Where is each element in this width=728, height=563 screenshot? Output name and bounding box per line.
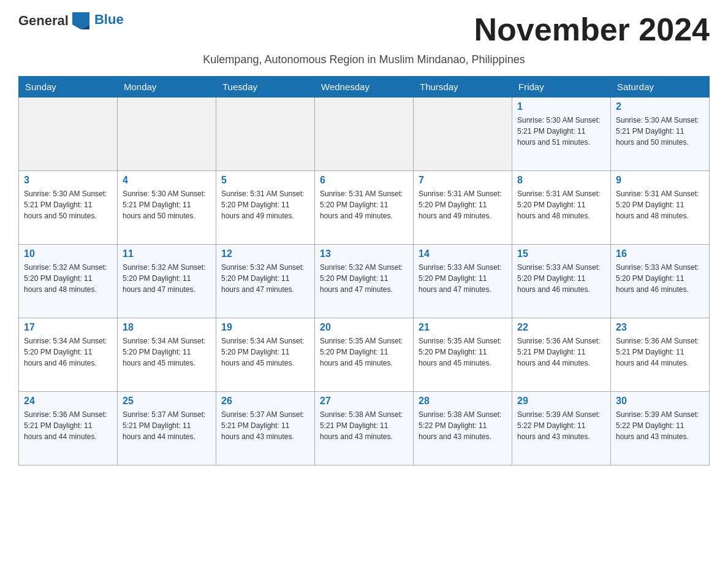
day-number: 8 (517, 175, 605, 186)
day-info: Sunrise: 5:39 AM Sunset: 5:22 PM Dayligh… (517, 409, 605, 442)
day-info: Sunrise: 5:34 AM Sunset: 5:20 PM Dayligh… (24, 335, 112, 369)
calendar-cell: 10Sunrise: 5:32 AM Sunset: 5:20 PM Dayli… (19, 245, 118, 318)
day-number: 4 (123, 175, 211, 186)
page-header: General Blue November 2024 (18, 12, 710, 47)
subtitle: Kulempang, Autonomous Region in Muslim M… (18, 53, 710, 66)
calendar-cell: 15Sunrise: 5:33 AM Sunset: 5:20 PM Dayli… (512, 245, 611, 318)
day-info: Sunrise: 5:34 AM Sunset: 5:20 PM Dayligh… (221, 335, 309, 369)
calendar-cell: 29Sunrise: 5:39 AM Sunset: 5:22 PM Dayli… (512, 392, 611, 465)
logo-icon (72, 12, 89, 29)
calendar-cell: 4Sunrise: 5:30 AM Sunset: 5:21 PM Daylig… (118, 171, 216, 245)
day-info: Sunrise: 5:32 AM Sunset: 5:20 PM Dayligh… (123, 262, 211, 295)
week-row-5: 24Sunrise: 5:36 AM Sunset: 5:21 PM Dayli… (19, 392, 710, 465)
calendar-cell: 21Sunrise: 5:35 AM Sunset: 5:20 PM Dayli… (414, 318, 512, 392)
day-header-monday: Monday (118, 77, 216, 98)
calendar-cell: 12Sunrise: 5:32 AM Sunset: 5:20 PM Dayli… (216, 245, 315, 318)
day-info: Sunrise: 5:32 AM Sunset: 5:20 PM Dayligh… (221, 262, 309, 295)
day-info: Sunrise: 5:31 AM Sunset: 5:20 PM Dayligh… (320, 188, 408, 221)
calendar: SundayMondayTuesdayWednesdayThursdayFrid… (18, 76, 710, 465)
day-number: 22 (517, 322, 605, 333)
day-number: 9 (616, 175, 704, 186)
day-info: Sunrise: 5:37 AM Sunset: 5:21 PM Dayligh… (221, 409, 309, 442)
day-info: Sunrise: 5:36 AM Sunset: 5:21 PM Dayligh… (517, 335, 605, 369)
logo-text-blue: Blue (94, 12, 124, 28)
day-header-friday: Friday (512, 77, 611, 98)
day-info: Sunrise: 5:36 AM Sunset: 5:21 PM Dayligh… (616, 335, 704, 369)
day-number: 14 (419, 248, 507, 259)
day-info: Sunrise: 5:38 AM Sunset: 5:22 PM Dayligh… (419, 409, 507, 442)
day-info: Sunrise: 5:33 AM Sunset: 5:20 PM Dayligh… (616, 262, 704, 295)
calendar-cell: 5Sunrise: 5:31 AM Sunset: 5:20 PM Daylig… (216, 171, 315, 245)
calendar-cell: 27Sunrise: 5:38 AM Sunset: 5:21 PM Dayli… (315, 392, 414, 465)
calendar-cell: 11Sunrise: 5:32 AM Sunset: 5:20 PM Dayli… (118, 245, 216, 318)
calendar-cell: 30Sunrise: 5:39 AM Sunset: 5:22 PM Dayli… (611, 392, 710, 465)
calendar-cell: 17Sunrise: 5:34 AM Sunset: 5:20 PM Dayli… (19, 318, 118, 392)
calendar-cell (315, 98, 414, 171)
calendar-cell (216, 98, 315, 171)
day-number: 15 (517, 248, 605, 259)
day-number: 17 (24, 322, 112, 333)
day-info: Sunrise: 5:36 AM Sunset: 5:21 PM Dayligh… (24, 409, 112, 442)
calendar-cell: 25Sunrise: 5:37 AM Sunset: 5:21 PM Dayli… (118, 392, 216, 465)
week-row-3: 10Sunrise: 5:32 AM Sunset: 5:20 PM Dayli… (19, 245, 710, 318)
day-number: 1 (517, 101, 605, 112)
calendar-table: SundayMondayTuesdayWednesdayThursdayFrid… (18, 76, 710, 465)
day-info: Sunrise: 5:33 AM Sunset: 5:20 PM Dayligh… (419, 262, 507, 295)
day-number: 21 (419, 322, 507, 333)
day-info: Sunrise: 5:30 AM Sunset: 5:21 PM Dayligh… (24, 188, 112, 221)
day-info: Sunrise: 5:30 AM Sunset: 5:21 PM Dayligh… (123, 188, 211, 221)
calendar-body: 1Sunrise: 5:30 AM Sunset: 5:21 PM Daylig… (19, 98, 710, 465)
day-info: Sunrise: 5:37 AM Sunset: 5:21 PM Dayligh… (123, 409, 211, 442)
title-block: November 2024 (474, 12, 710, 47)
calendar-cell (118, 98, 216, 171)
calendar-cell: 22Sunrise: 5:36 AM Sunset: 5:21 PM Dayli… (512, 318, 611, 392)
day-info: Sunrise: 5:35 AM Sunset: 5:20 PM Dayligh… (320, 335, 408, 369)
day-number: 11 (123, 248, 211, 259)
logo-text-general: General (18, 13, 69, 29)
day-number: 26 (221, 396, 309, 407)
day-number: 18 (123, 322, 211, 333)
calendar-cell: 6Sunrise: 5:31 AM Sunset: 5:20 PM Daylig… (315, 171, 414, 245)
calendar-cell (19, 98, 118, 171)
day-number: 20 (320, 322, 408, 333)
day-number: 16 (616, 248, 704, 259)
calendar-cell: 14Sunrise: 5:33 AM Sunset: 5:20 PM Dayli… (414, 245, 512, 318)
day-number: 23 (616, 322, 704, 333)
calendar-cell: 3Sunrise: 5:30 AM Sunset: 5:21 PM Daylig… (19, 171, 118, 245)
day-info: Sunrise: 5:39 AM Sunset: 5:22 PM Dayligh… (616, 409, 704, 442)
week-row-2: 3Sunrise: 5:30 AM Sunset: 5:21 PM Daylig… (19, 171, 710, 245)
calendar-cell: 20Sunrise: 5:35 AM Sunset: 5:20 PM Dayli… (315, 318, 414, 392)
day-info: Sunrise: 5:34 AM Sunset: 5:20 PM Dayligh… (123, 335, 211, 369)
week-row-4: 17Sunrise: 5:34 AM Sunset: 5:20 PM Dayli… (19, 318, 710, 392)
day-info: Sunrise: 5:33 AM Sunset: 5:20 PM Dayligh… (517, 262, 605, 295)
day-info: Sunrise: 5:31 AM Sunset: 5:20 PM Dayligh… (616, 188, 704, 221)
day-number: 2 (616, 101, 704, 112)
days-header-row: SundayMondayTuesdayWednesdayThursdayFrid… (19, 77, 710, 98)
day-header-sunday: Sunday (19, 77, 118, 98)
day-info: Sunrise: 5:30 AM Sunset: 5:21 PM Dayligh… (616, 115, 704, 148)
calendar-cell: 26Sunrise: 5:37 AM Sunset: 5:21 PM Dayli… (216, 392, 315, 465)
day-number: 28 (419, 396, 507, 407)
day-number: 3 (24, 175, 112, 186)
day-number: 24 (24, 396, 112, 407)
day-header-saturday: Saturday (611, 77, 710, 98)
calendar-cell: 18Sunrise: 5:34 AM Sunset: 5:20 PM Dayli… (118, 318, 216, 392)
calendar-cell (414, 98, 512, 171)
calendar-cell: 8Sunrise: 5:31 AM Sunset: 5:20 PM Daylig… (512, 171, 611, 245)
calendar-cell: 16Sunrise: 5:33 AM Sunset: 5:20 PM Dayli… (611, 245, 710, 318)
day-number: 19 (221, 322, 309, 333)
day-info: Sunrise: 5:38 AM Sunset: 5:21 PM Dayligh… (320, 409, 408, 442)
calendar-cell: 24Sunrise: 5:36 AM Sunset: 5:21 PM Dayli… (19, 392, 118, 465)
day-number: 25 (123, 396, 211, 407)
day-info: Sunrise: 5:35 AM Sunset: 5:20 PM Dayligh… (419, 335, 507, 369)
day-number: 10 (24, 248, 112, 259)
day-number: 29 (517, 396, 605, 407)
day-info: Sunrise: 5:30 AM Sunset: 5:21 PM Dayligh… (517, 115, 605, 148)
logo: General Blue (18, 12, 124, 29)
day-header-wednesday: Wednesday (315, 77, 414, 98)
day-info: Sunrise: 5:32 AM Sunset: 5:20 PM Dayligh… (24, 262, 112, 295)
day-number: 5 (221, 175, 309, 186)
calendar-cell: 13Sunrise: 5:32 AM Sunset: 5:20 PM Dayli… (315, 245, 414, 318)
calendar-cell: 9Sunrise: 5:31 AM Sunset: 5:20 PM Daylig… (611, 171, 710, 245)
day-number: 13 (320, 248, 408, 259)
